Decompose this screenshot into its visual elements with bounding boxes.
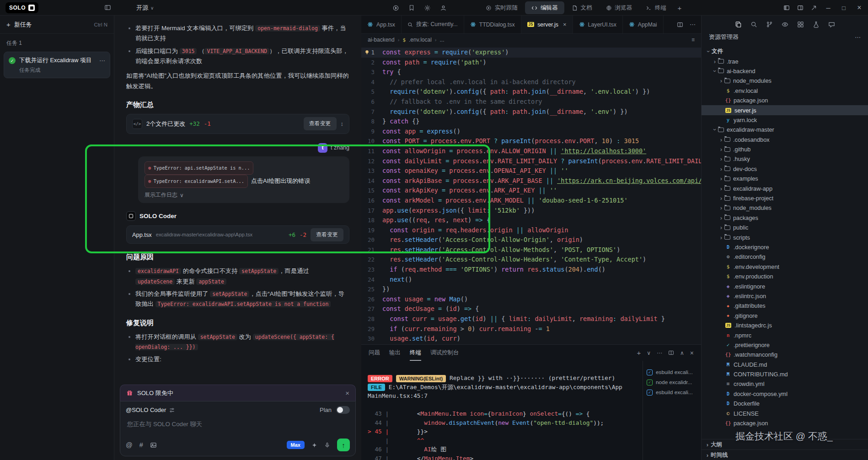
breadcrumb-file[interactable]: .env.local	[409, 37, 432, 43]
split-editor-icon[interactable]	[677, 21, 683, 28]
outline-section[interactable]: › 大纲	[702, 439, 868, 449]
send-button[interactable]: ↑	[337, 439, 350, 451]
minimize-button[interactable]: ─	[824, 5, 832, 11]
tree-item[interactable]: ›node_modules	[702, 76, 868, 86]
watch-icon[interactable]	[782, 21, 788, 28]
tree-item[interactable]: DDockerfile	[702, 399, 868, 408]
view-changes-button[interactable]: 查看变更	[304, 117, 337, 130]
tree-item[interactable]: ©LICENSE	[702, 408, 868, 418]
tree-item[interactable]: ◈.eslintignore	[702, 281, 868, 291]
error-chip[interactable]: ⊗TypeError: excalidrawAPI.setA...	[145, 175, 248, 188]
project-menu[interactable]: 开源 ∨	[136, 4, 154, 12]
test-icon[interactable]	[813, 21, 820, 28]
hash-icon[interactable]: #	[139, 441, 143, 449]
image-icon[interactable]	[150, 442, 157, 449]
terminal-session[interactable]: ✓ node excalidr...	[647, 377, 697, 387]
terminal-dropdown-icon[interactable]: ∨	[647, 350, 651, 356]
split-terminal-icon[interactable]	[668, 350, 674, 356]
maximize-button[interactable]: □	[840, 5, 848, 11]
new-terminal-icon[interactable]: +	[637, 349, 641, 357]
terminal-session[interactable]: ✓ esbuild excali...	[647, 367, 697, 377]
tree-item[interactable]: {}package.json	[702, 418, 868, 428]
tree-item[interactable]: {}.watchmanconfig	[702, 350, 868, 359]
settings-icon[interactable]	[424, 5, 431, 11]
comments-icon[interactable]	[828, 21, 835, 28]
breadcrumb-more[interactable]: ...	[440, 37, 445, 43]
panel-tab-problems[interactable]: 问题	[369, 345, 380, 361]
chat-input[interactable]: 您正在与 SOLO Coder 聊天	[126, 414, 350, 439]
tree-item[interactable]: MCLAUDE.md	[702, 360, 868, 369]
tree-item[interactable]: ›ai-backend	[702, 66, 868, 76]
breadcrumb-folder[interactable]: ai-backend	[368, 37, 395, 43]
agent-selector[interactable]: @SOLO Coder	[126, 407, 175, 413]
tree-item[interactable]: $.env.production	[702, 272, 868, 281]
source-control-icon[interactable]	[766, 21, 773, 28]
tree-item[interactable]: ◆.gitignore	[702, 311, 868, 321]
mic-icon[interactable]	[324, 442, 330, 448]
tree-item[interactable]: D.dockerignore	[702, 242, 868, 252]
worklog-toggle[interactable]: 展示工作日志 ∨	[145, 191, 343, 199]
tree-item[interactable]: ›packages	[702, 213, 868, 223]
tab-search[interactable]: 搜索: Currently...	[402, 16, 464, 33]
sparkle-icon[interactable]	[311, 442, 317, 448]
explorer-more-icon[interactable]: ⋯	[855, 34, 861, 41]
tree-item[interactable]: ›文件	[702, 47, 868, 56]
tree-item[interactable]: ›.trae	[702, 56, 868, 66]
workspace-tab-follow[interactable]: 实时跟随	[479, 1, 524, 14]
chat-scroll-area[interactable]: 若要打开 Mermaid 文本编辑入口，可绑定到 open-mermaid-di…	[114, 16, 361, 365]
max-mode-badge[interactable]: Max	[287, 441, 305, 449]
file-change-card[interactable]: App.tsx excalidraw-master\excalidraw-app…	[126, 225, 349, 244]
tree-item[interactable]: ◈.eslintrc.json	[702, 291, 868, 301]
solo-logo[interactable]: SOLO	[5, 2, 38, 13]
extensions-icon[interactable]	[797, 21, 804, 28]
tree-item[interactable]: ◆.gitattributes	[702, 301, 868, 310]
sticky-scroll-icon[interactable]: ≡	[691, 37, 695, 43]
tree-item[interactable]: ✓.prettierignore	[702, 340, 868, 350]
tree-item[interactable]: ›node_modules	[702, 203, 868, 213]
files-icon[interactable]	[735, 21, 742, 28]
restore-layout-icon[interactable]	[811, 5, 817, 11]
tab-app-tsx[interactable]: App.tsx	[361, 16, 402, 33]
tab-server-js[interactable]: JS server.js ×	[521, 16, 573, 33]
panel-tab-terminal[interactable]: 终端	[410, 345, 421, 361]
tree-item[interactable]: ›examples	[702, 174, 868, 183]
more-actions-icon[interactable]: ⋯	[690, 21, 696, 28]
run-status-icon[interactable]	[392, 5, 399, 11]
tree-item[interactable]: ⚙.editorconfig	[702, 252, 868, 262]
tree-item[interactable]: ≡crowdin.yml	[702, 379, 868, 389]
expand-icon[interactable]: ↕	[341, 120, 344, 127]
code-editor[interactable]: 1const express = require('express')2cons…	[361, 46, 701, 344]
timeline-section[interactable]: › 时间线	[702, 449, 868, 460]
new-workspace-tab-button[interactable]: +	[674, 4, 686, 12]
close-button[interactable]: ×	[855, 4, 863, 12]
sidebar-toggle-icon[interactable]	[104, 4, 111, 11]
search-icon[interactable]	[750, 21, 757, 28]
account-icon[interactable]	[440, 5, 447, 11]
tab-ttddialog-tsx[interactable]: TTDDialog.tsx	[464, 16, 521, 33]
files-changed-card[interactable]: </> 2个文件已更改 +32 -1 查看变更 ↕	[126, 114, 349, 134]
maximize-panel-icon[interactable]: ∧	[680, 350, 684, 356]
banner-close-icon[interactable]: ×	[345, 389, 349, 397]
panel-more-icon[interactable]: ⋯	[657, 350, 662, 356]
tree-item[interactable]: MCONTRIBUTING.md	[702, 369, 868, 379]
tree-item[interactable]: {}package.json	[702, 96, 868, 105]
plan-toggle[interactable]	[336, 406, 350, 414]
tree-item[interactable]: JS.lintstagedrc.js	[702, 321, 868, 330]
tree-item[interactable]: ›excalidraw-master	[702, 125, 868, 134]
bookmark-icon[interactable]	[408, 5, 415, 11]
tree-item[interactable]: $.env.development	[702, 262, 868, 272]
tree-item[interactable]: ›firebase-project	[702, 193, 868, 203]
layout-panel-right-icon[interactable]	[797, 5, 804, 11]
tab-layerui-tsx[interactable]: LayerUI.tsx	[573, 16, 623, 33]
layout-panel-left-icon[interactable]	[783, 5, 790, 11]
tree-item[interactable]: ›dev-docs	[702, 164, 868, 174]
workspace-tab-terminal[interactable]: 终端	[639, 1, 673, 14]
new-task-button[interactable]: + 新任务	[6, 21, 32, 29]
lightbulb-icon[interactable]	[364, 49, 370, 55]
terminal-session[interactable]: ✓ esbuild excali...	[647, 387, 697, 397]
workspace-tab-editor[interactable]: 编辑器	[525, 1, 564, 14]
task-more-button[interactable]: ⋯	[99, 57, 105, 64]
workspace-tab-browser[interactable]: 浏览器	[600, 1, 639, 14]
tree-item[interactable]: Ddocker-compose.yml	[702, 389, 868, 399]
terminal-output[interactable]: ERRORWARNING(ESLint)Replace }} with ··}}…	[361, 361, 643, 460]
